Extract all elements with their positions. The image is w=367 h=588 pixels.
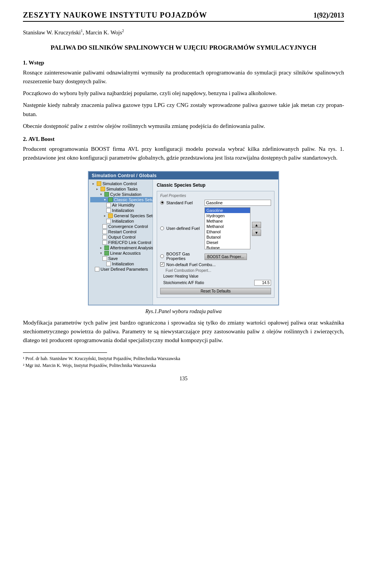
figure-caption: Rys.1.Panel wyboru rodzaju paliwa xyxy=(145,309,222,315)
footnote-divider xyxy=(23,352,107,353)
tree-label: General Species Setup xyxy=(114,213,157,218)
doc-icon xyxy=(106,208,111,213)
boost-gas-radio[interactable] xyxy=(160,254,164,258)
doc-icon xyxy=(106,262,111,266)
scroll-up-button[interactable]: ▲ xyxy=(252,222,261,228)
journal-title: ZESZYTY NAUKOWE INSTYTUTU POJAZDÓW xyxy=(23,11,207,19)
doc-icon xyxy=(102,240,107,245)
tree-label: User Defined Parameters xyxy=(101,267,148,271)
tree-label: Initialization xyxy=(112,208,134,213)
tree-initialization-2[interactable]: Initialization xyxy=(90,218,153,224)
tree-label: Linear Acoustics xyxy=(110,251,141,255)
tree-linear-acoustics[interactable]: ▾ Linear Acoustics xyxy=(90,250,153,256)
window-body: ▸ Simulation Control ▸ Simulation Tasks … xyxy=(89,179,278,305)
user-defined-fuel-radio[interactable] xyxy=(160,226,164,230)
fuel-list-item-ethanol[interactable]: Ethanol xyxy=(205,229,250,234)
tree-label: Simulation Control xyxy=(102,181,137,186)
user-defined-fuel-label: User-defined Fuel xyxy=(166,226,205,231)
stoich-row: Stoichiometric A/F Ratio xyxy=(163,280,271,286)
green-folder-icon xyxy=(104,251,109,255)
tree-label: Simulation Tasks xyxy=(106,187,138,191)
content-panel: Classic Species Setup Fuel Properties St… xyxy=(153,179,278,305)
tree-label: FIRE/CFD Link Control xyxy=(108,240,151,245)
expand-icon: ▾ xyxy=(99,251,103,255)
simulation-window: Simulation Control / Globals ▸ Simulatio… xyxy=(88,171,279,305)
boost-gas-props-row: BOOST Gas Properties BOOST Gas Proper... xyxy=(160,252,271,261)
folder-icon xyxy=(97,181,101,186)
tree-initialization-1[interactable]: Initialization xyxy=(90,208,153,213)
tree-convergence-control[interactable]: Convergence Control xyxy=(90,224,153,229)
expand-icon: ▸ xyxy=(102,213,107,218)
expand-icon: ▸ xyxy=(91,181,96,186)
fuel-list-item-butanol[interactable]: Butanol xyxy=(205,234,250,240)
authors: Stanisław W. Kruczyński1, Marcin K. Wojs… xyxy=(23,29,344,36)
stoich-input[interactable] xyxy=(254,280,271,286)
fuel-properties-box: Fuel Properties Standard Fuel Gasoline xyxy=(157,191,274,298)
doc-icon xyxy=(102,229,107,234)
tree-save[interactable]: Save xyxy=(90,256,153,261)
footnote-1: ¹ Prof. dr hab. Stanisław W. Kruczyński,… xyxy=(23,355,344,362)
non-default-label: Non-default Fuel Combu... xyxy=(166,262,216,267)
green-folder-icon xyxy=(104,246,109,250)
boost-gas-button[interactable]: BOOST Gas Proper... xyxy=(205,254,247,260)
scroll-down-button[interactable]: ▼ xyxy=(252,229,261,236)
doc-icon xyxy=(106,203,111,207)
tree-restart-control[interactable]: Restart Control xyxy=(90,229,153,234)
para-1-4: Obecnie dostępność paliw z estrów olejów… xyxy=(23,122,344,131)
lower-heating-label: Lower Heating Value xyxy=(163,274,271,278)
tree-output-control[interactable]: Output Control xyxy=(90,234,153,240)
tree-fire-cfd[interactable]: FIRE/CFD Link Control xyxy=(90,240,153,245)
para-after-fig-1: Modyfikacja parametrów tych paliw jest b… xyxy=(23,318,344,345)
expand-icon: ▸ xyxy=(99,246,103,250)
para-2-1: Producent oprogramowania BOOST firma AVL… xyxy=(23,145,344,163)
para-1-3: Następnie kiedy nabrały znaczenia paliwa… xyxy=(23,101,344,119)
fuel-combustion-props-label: Fuel Combustion Propert... xyxy=(166,268,271,273)
tree-cycle-simulation[interactable]: ▾ Cycle Simulation xyxy=(90,192,153,197)
tree-label: Restart Control xyxy=(108,229,136,234)
tree-air-humidity[interactable]: Air Humidity xyxy=(90,202,153,208)
fuel-list-item-methane[interactable]: Methane xyxy=(205,218,250,224)
tree-simulation-control[interactable]: ▸ Simulation Control xyxy=(90,181,153,186)
tree-simulation-tasks[interactable]: ▸ Simulation Tasks xyxy=(90,186,153,192)
tree-aftertreatment[interactable]: ▸ Aftertreatment Analysis xyxy=(90,245,153,250)
doc-icon xyxy=(102,235,107,239)
para-1-1: Rosnące zainteresowanie paliwami odnawia… xyxy=(23,68,344,86)
fuel-list-item-hydrogen[interactable]: Hydrogen xyxy=(205,213,250,218)
doc-icon xyxy=(102,224,107,229)
panel-title: Classic Species Setup xyxy=(157,183,274,188)
fuel-list-item-diesel[interactable]: Diesel xyxy=(205,240,250,245)
fuel-list-box[interactable]: Gasoline Hydrogen Methane Methanol Ethan… xyxy=(205,207,250,249)
tree-general-species[interactable]: ▸ General Species Setup xyxy=(90,213,153,218)
doc-icon xyxy=(95,267,99,271)
doc-icon xyxy=(102,256,107,261)
standard-fuel-radio[interactable] xyxy=(160,201,164,205)
page-number: 135 xyxy=(23,376,344,382)
tree-label: Initialization xyxy=(112,219,134,223)
stoich-label: Stoichiometric A/F Ratio xyxy=(163,281,254,285)
green-folder-icon xyxy=(108,197,113,202)
tree-classic-species[interactable]: ▾ Classic Species Setup (Mo... xyxy=(90,197,153,202)
reset-defaults-button[interactable]: Reset To Defaults xyxy=(160,288,271,294)
footnote-2: ² Mgr inż. Marcin K. Wojs, Instytut Poja… xyxy=(23,362,344,369)
tree-label: Aftertreatment Analysis xyxy=(110,246,153,250)
fuel-props-label: Fuel Properties xyxy=(160,194,271,198)
tree-initialization-3[interactable]: Initialization xyxy=(90,261,153,267)
journal-issue: 1(92)/2013 xyxy=(313,11,344,19)
boost-gas-label: BOOST Gas Properties xyxy=(166,252,205,261)
fuel-list-item-methanol[interactable]: Methanol xyxy=(205,224,250,229)
non-default-checkbox[interactable] xyxy=(160,262,164,267)
expand-icon: ▾ xyxy=(99,192,103,197)
tree-label: Output Control xyxy=(108,235,136,239)
standard-fuel-label: Standard Fuel xyxy=(166,200,205,205)
standard-fuel-row: Standard Fuel Gasoline xyxy=(160,200,271,206)
doc-icon xyxy=(106,219,111,223)
tree-label: Convergence Control xyxy=(108,224,148,229)
fuel-list-item-butane[interactable]: Butane xyxy=(205,245,250,249)
section-1-heading: 1. Wstęp xyxy=(23,60,344,66)
folder-icon xyxy=(101,187,105,191)
user-defined-fuel-row: User-defined Fuel Gasoline Hydrogen Meth… xyxy=(160,207,271,249)
standard-fuel-dropdown[interactable]: Gasoline xyxy=(205,200,271,206)
fuel-list-item-gasoline[interactable]: Gasoline xyxy=(205,208,250,213)
tree-user-defined-params[interactable]: User Defined Parameters xyxy=(90,267,153,272)
green-folder-icon xyxy=(104,192,109,197)
